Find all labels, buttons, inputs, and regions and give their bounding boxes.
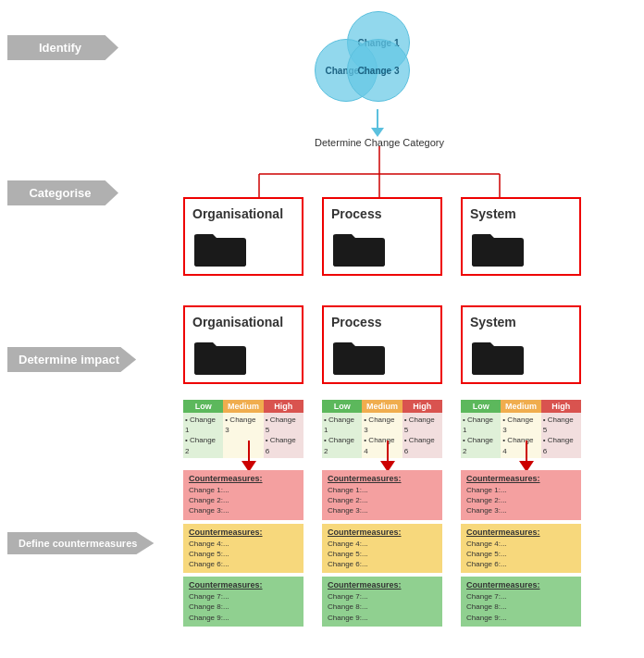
impact-arrow-3 [519, 441, 534, 472]
folder-icon-process [331, 227, 387, 268]
impact-title-system: System [470, 315, 516, 329]
countermeasures-arrow: Define countermeasures [7, 532, 154, 554]
cm-item: Change 2:... [189, 495, 298, 505]
cm-title: Countermeasures: [466, 528, 576, 537]
cm-title: Countermeasures: [328, 528, 437, 537]
cm-title: Countermeasures: [189, 474, 298, 483]
cm-title: Countermeasures: [466, 580, 576, 590]
cm-box-green-3: Countermeasures: Change 7:... Change 8:.… [461, 577, 581, 627]
impact-title-process: Process [331, 315, 381, 329]
cm-item: Change 4:... [189, 539, 298, 549]
arrow-line [526, 441, 527, 461]
cm-title: Countermeasures: [189, 528, 298, 537]
countermeasures-step-label: Define countermeasures [7, 532, 154, 554]
cat-boxes-row1: Organisational Process System [183, 197, 581, 276]
impact-box-process: Process [322, 305, 442, 384]
impact-item: • Change 3 [502, 415, 539, 435]
cm-item: Change 6:... [328, 559, 437, 569]
folder-icon-process2 [331, 335, 387, 377]
cm-item: Change 9:... [189, 613, 298, 623]
impact-title-org: Organisational [192, 315, 283, 329]
cm-item: Change 1:... [466, 485, 576, 495]
cat-title-process: Process [331, 206, 381, 221]
cm-item: Change 8:... [328, 602, 437, 612]
venn-diagram: Change 1 Change 2 Change 3 [305, 9, 453, 111]
low-label-3: Low [461, 400, 501, 413]
arrow-line [387, 441, 389, 461]
low-label-2: Low [322, 400, 362, 413]
identify-arrow: Identify [7, 35, 118, 60]
cm-item: Change 5:... [466, 549, 576, 559]
cm-item: Change 9:... [328, 613, 437, 623]
cat-box-system: System [461, 197, 581, 276]
cm-title: Countermeasures: [328, 474, 437, 483]
impact-item: • Change 6 [543, 435, 579, 455]
cm-item: Change 3:... [466, 505, 576, 515]
cm-box-yellow-2: Countermeasures: Change 4:... Change 5:.… [322, 524, 442, 574]
cm-title: Countermeasures: [189, 580, 298, 590]
cm-item: Change 6:... [466, 559, 576, 569]
folder-icon-org2 [192, 335, 248, 377]
impact-box-org: Organisational [183, 305, 303, 384]
arrow-head [371, 128, 384, 137]
low-label-1: Low [183, 400, 223, 413]
medium-label-2: Medium [362, 400, 402, 413]
cm-box-yellow-3: Countermeasures: Change 4:... Change 5:.… [461, 524, 581, 574]
cm-col-2: Countermeasures: Change 1:... Change 2:.… [322, 470, 442, 627]
categorise-arrow: Categorise [7, 180, 118, 205]
high-label-1: High [264, 400, 303, 413]
impact-item: • Change 6 [404, 435, 440, 455]
cm-box-red-1: Countermeasures: Change 1:... Change 2:.… [183, 470, 303, 520]
impact-arrow-1 [242, 441, 256, 472]
impact-item: • Change 3 [364, 415, 400, 435]
folder-icon-system [470, 227, 526, 268]
determine-arrow: Determine impact [7, 347, 136, 372]
cm-item: Change 2:... [328, 495, 437, 505]
impact-item: • Change 1 [185, 415, 221, 435]
cm-item: Change 1:... [189, 485, 298, 495]
impact-item: • Change 1 [324, 415, 360, 435]
impact-item: • Change 2 [185, 435, 221, 455]
cm-item: Change 4:... [466, 539, 576, 549]
cm-item: Change 8:... [189, 602, 298, 612]
folder-icon-system2 [470, 335, 526, 377]
cm-item: Change 4:... [328, 539, 437, 549]
impact-item: • Change 2 [324, 435, 360, 455]
high-label-2: High [402, 400, 442, 413]
cm-box-green-1: Countermeasures: Change 7:... Change 8:.… [183, 577, 303, 627]
arrow-line [377, 109, 378, 128]
cm-box-red-3: Countermeasures: Change 1:... Change 2:.… [461, 470, 581, 520]
cm-col-1: Countermeasures: Change 1:... Change 2:.… [183, 470, 303, 627]
impact-item: • Change 5 [543, 415, 579, 435]
cm-item: Change 2:... [466, 495, 576, 505]
impact-item: • Change 5 [404, 415, 440, 435]
cm-item: Change 7:... [328, 591, 437, 602]
cm-title: Countermeasures: [466, 474, 576, 483]
branch-lines-cat [185, 146, 611, 197]
cm-item: Change 5:... [328, 549, 437, 559]
venn-to-det-arrow [371, 109, 384, 137]
high-label-3: High [541, 400, 581, 413]
cm-col-3: Countermeasures: Change 1:... Change 2:.… [461, 470, 581, 627]
impact-item: • Change 6 [266, 435, 302, 455]
cm-item: Change 7:... [189, 591, 298, 602]
impact-arrow-2 [380, 441, 395, 472]
determine-step-label: Determine impact [7, 347, 136, 372]
cm-item: Change 5:... [189, 549, 298, 559]
categorise-step-label: Categorise [7, 180, 118, 205]
cm-item: Change 7:... [466, 591, 576, 602]
cm-box-red-2: Countermeasures: Change 1:... Change 2:.… [322, 470, 442, 520]
identify-step-label: Identify [7, 35, 118, 60]
cat-title-system: System [470, 206, 516, 221]
cm-item: Change 3:... [328, 505, 437, 515]
impact-item: • Change 5 [266, 415, 302, 435]
cm-item: Change 6:... [189, 559, 298, 569]
cat-title-org: Organisational [192, 206, 283, 221]
cm-item: Change 3:... [189, 505, 298, 515]
impact-box-system: System [461, 305, 581, 384]
cm-box-green-2: Countermeasures: Change 7:... Change 8:.… [322, 577, 442, 627]
impact-item: • Change 1 [463, 415, 499, 435]
cm-item: Change 9:... [466, 613, 576, 623]
arrow-line [248, 441, 250, 461]
diagram-container: Identify Change 1 Change 2 Change 3 Dete… [0, 0, 644, 658]
